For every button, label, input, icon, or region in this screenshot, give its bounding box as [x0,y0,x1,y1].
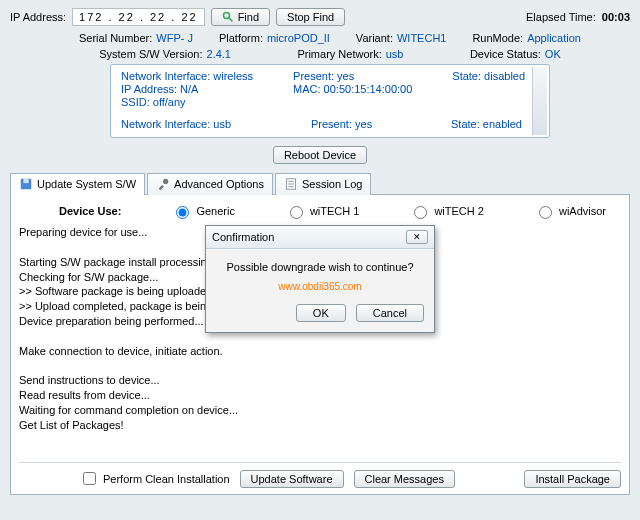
tab-bar: Update System S/W Advanced Options Sessi… [10,172,630,195]
sw-version-label: System S/W Version: [99,48,202,60]
serial-label: Serial Number: [79,32,152,44]
radio-generic-label: Generic [196,205,235,217]
net-wireless-ip: IP Address: N/A [121,83,253,95]
network-interfaces-box: Network Interface: wireless IP Address: … [110,64,550,138]
reboot-device-button[interactable]: Reboot Device [273,146,367,164]
primary-network-value: usb [386,48,404,60]
ip-address-input[interactable]: 172 . 22 . 22 . 22 [72,8,205,26]
dialog-close-button[interactable]: ✕ [406,230,428,244]
info-row-1: Serial Number:WFP- J Platform:microPOD_I… [70,32,590,44]
svg-rect-3 [23,179,28,183]
tab-session-log[interactable]: Session Log [275,173,372,195]
tab-update-system-sw[interactable]: Update System S/W [10,173,145,195]
serial-value: WFP- J [156,32,193,44]
runmode-label: RunMode: [472,32,523,44]
tab-update-label: Update System S/W [37,178,136,190]
update-software-button[interactable]: Update Software [240,470,344,488]
net-usb-present: Present: yes [311,118,411,130]
svg-point-4 [163,179,168,184]
radio-generic-input[interactable] [176,206,189,219]
close-icon: ✕ [413,232,421,242]
confirmation-dialog: Confirmation ✕ Possible downgrade wish t… [205,225,435,333]
find-button[interactable]: Find [211,8,270,26]
document-icon [284,177,298,191]
top-bar: IP Address: 172 . 22 . 22 . 22 Find Stop… [10,8,630,26]
tab-session-log-label: Session Log [302,178,363,190]
net-usb-state: State: enabled [451,118,522,130]
install-package-button[interactable]: Install Package [524,470,621,488]
platform-label: Platform: [219,32,263,44]
elapsed-value: 00:03 [602,11,630,23]
clean-install-label: Perform Clean Installation [103,473,230,485]
runmode-value: Application [527,32,581,44]
dialog-ok-button[interactable]: OK [296,304,346,322]
dialog-cancel-button[interactable]: Cancel [356,304,424,322]
info-row-2: System S/W Version:2.4.1 Primary Network… [70,48,590,60]
device-use-row: Device Use: Generic wiTECH 1 wiTECH 2 wi… [19,201,621,225]
clean-install-input[interactable] [83,472,96,485]
disk-icon [19,177,33,191]
tools-icon [156,177,170,191]
net-usb-interface: Network Interface: usb [121,118,271,130]
device-status-label: Device Status: [470,48,541,60]
search-icon [222,11,234,23]
net-wireless-ssid: SSID: off/any [121,96,253,108]
clear-messages-button[interactable]: Clear Messages [354,470,455,488]
svg-line-1 [228,18,232,22]
device-status-value: OK [545,48,561,60]
dialog-message: Possible downgrade wish to continue? [216,261,424,273]
sw-version-value: 2.4.1 [207,48,231,60]
net-wireless-state: State: disabled [452,70,525,82]
watermark-text: www.obdii365.com [216,281,424,292]
svg-point-0 [223,13,229,19]
variant-label: Variant: [356,32,393,44]
net-wireless-present: Present: yes [293,70,412,82]
radio-wiadvisor-input[interactable] [539,206,552,219]
stop-find-button[interactable]: Stop Find [276,8,345,26]
radio-witech2-input[interactable] [414,206,427,219]
find-button-label: Find [238,11,259,23]
device-use-label: Device Use: [59,205,121,217]
ip-address-label: IP Address: [10,11,66,23]
radio-witech1-input[interactable] [290,206,303,219]
bottom-bar: Perform Clean Installation Update Softwa… [19,462,621,488]
platform-value: microPOD_II [267,32,330,44]
tab-advanced-label: Advanced Options [174,178,264,190]
variant-value: WITECH1 [397,32,447,44]
radio-witech2[interactable]: wiTECH 2 [409,203,484,219]
radio-witech2-label: wiTECH 2 [434,205,484,217]
clean-install-checkbox[interactable]: Perform Clean Installation [79,469,230,488]
dialog-title: Confirmation [212,231,274,243]
elapsed-label: Elapsed Time: [526,11,596,23]
tab-advanced-options[interactable]: Advanced Options [147,173,273,195]
radio-generic[interactable]: Generic [171,203,235,219]
radio-wiadvisor-label: wiAdvisor [559,205,606,217]
radio-wiadvisor[interactable]: wiAdvisor [534,203,606,219]
radio-witech1-label: wiTECH 1 [310,205,360,217]
primary-network-label: Primary Network: [297,48,381,60]
radio-witech1[interactable]: wiTECH 1 [285,203,360,219]
net-wireless-interface: Network Interface: wireless [121,70,253,82]
net-wireless-mac: MAC: 00:50:15:14:00:00 [293,83,412,95]
